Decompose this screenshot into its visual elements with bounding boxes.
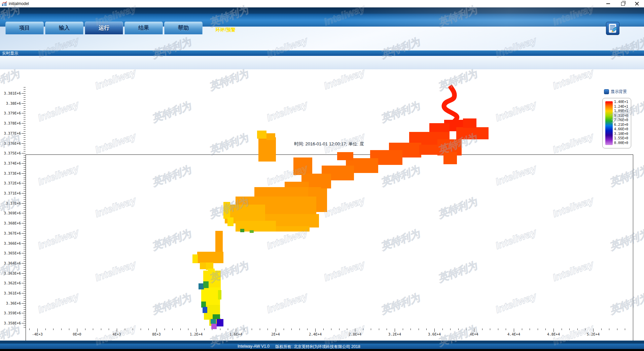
status-bar: Intelway-AW V1.0 版权所有: 北京英特利为环境科技有限公司 20… xyxy=(0,344,644,349)
footer-black-strip xyxy=(0,349,644,351)
close-button[interactable] xyxy=(631,0,643,7)
minimize-icon xyxy=(606,3,610,4)
tab-help[interactable]: 帮助 xyxy=(164,22,203,34)
time-unit-label: 时间: 2016-01-01 12:00:17; 单位: 度 xyxy=(26,141,633,147)
menu-bar: 项目 输入 运行 结果 帮助 环评/预警 xyxy=(0,7,644,27)
tab-project[interactable]: 项目 xyxy=(5,22,44,34)
tab-input[interactable]: 输入 xyxy=(45,22,83,34)
legend-value: 9.31E+0 xyxy=(614,114,630,117)
legend-value: 3.10E+0 xyxy=(614,132,630,136)
show-background-row: 显示背景 xyxy=(604,89,627,95)
realtime-display-header: 实时显示 xyxy=(0,50,644,56)
chart-content: 时间: 2016-01-01 12:00:17; 单位: 度 xyxy=(0,69,644,341)
colorbar-legend: 1.40E+11.24E+11.09E+19.31E+07.76E+06.21E… xyxy=(602,98,631,148)
tab-run[interactable]: 运行 xyxy=(85,22,123,34)
legend-value: 1.09E+1 xyxy=(614,109,630,113)
tab-results[interactable]: 结果 xyxy=(124,22,163,34)
minimize-button[interactable] xyxy=(602,0,614,7)
show-background-label: 显示背景 xyxy=(611,89,627,95)
close-icon xyxy=(635,2,639,6)
legend-value: 6.21E+0 xyxy=(614,123,630,127)
application-window: initialmodel 项目 输入 运行 结果 帮助 环评/预警 运行模型 已… xyxy=(0,0,644,351)
plot-canvas xyxy=(26,154,633,351)
window-title: initialmodel xyxy=(9,1,29,6)
restore-icon xyxy=(621,2,625,6)
show-background-checkbox[interactable] xyxy=(604,89,609,94)
tab-env-warning[interactable]: 环评/预警 xyxy=(215,27,236,33)
title-bar: initialmodel xyxy=(0,0,644,7)
document-edit-icon[interactable] xyxy=(606,22,619,35)
restore-button[interactable] xyxy=(617,0,629,7)
colorbar-gradient xyxy=(605,101,613,145)
app-version-text: Intelway-AW V1.0 xyxy=(238,344,270,349)
legend-value: 0.00E+0 xyxy=(614,141,630,145)
realtime-controls: 关闭图形显示 指标 水温 水层 1 输出间隔(小时) 自定义图谱 显示网格 出入… xyxy=(0,56,644,70)
app-icon xyxy=(2,1,7,6)
legend-value: 1.55E+0 xyxy=(614,136,630,140)
legend-value: 1.24E+1 xyxy=(614,105,630,108)
legend-value: 4.66E+0 xyxy=(614,127,630,131)
legend-value: 7.76E+0 xyxy=(614,118,630,122)
legend-value: 1.40E+1 xyxy=(614,100,630,104)
footer-dark-strip xyxy=(0,341,644,344)
